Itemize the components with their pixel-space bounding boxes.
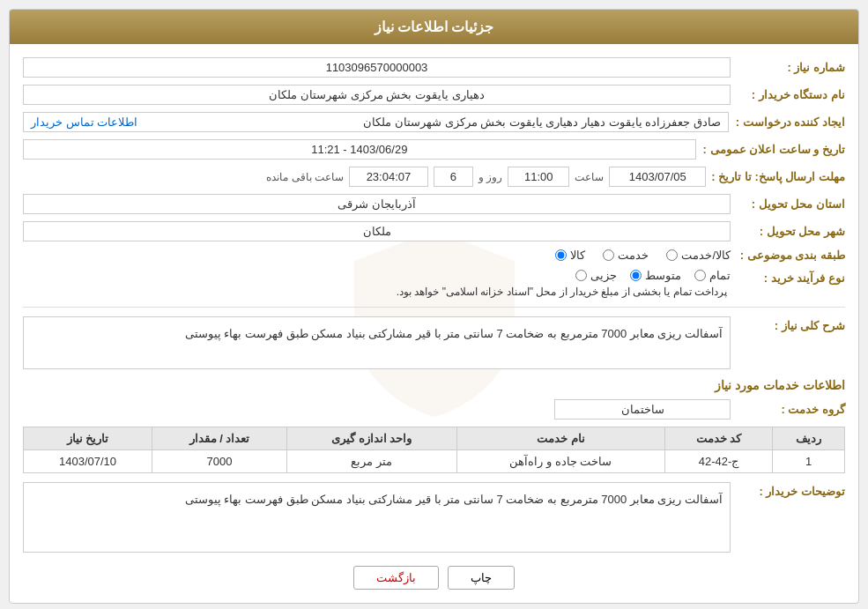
cell-unit: متر مربع [286, 450, 456, 473]
print-button[interactable]: چاپ [448, 566, 515, 590]
col-service-code: کد خدمت [664, 427, 772, 450]
province-value: آذربایجان شرقی [23, 194, 731, 214]
process-content: تمام متوسط جزیی پ [23, 269, 731, 298]
buyer-org-value: دهیاری یایقوت بخش مرکزی شهرستان ملکان [23, 85, 731, 105]
need-desc-label: شرح کلی نیاز : [731, 316, 845, 332]
province-label: استان محل تحویل : [731, 197, 845, 211]
col-unit: واحد اندازه گیری [286, 427, 456, 450]
city-value: ملکان [23, 221, 731, 241]
process-option-medium[interactable]: متوسط [630, 269, 681, 282]
cell-quantity: 7000 [152, 450, 287, 473]
process-option-full[interactable]: تمام [694, 269, 731, 282]
process-options: تمام متوسط جزیی [23, 269, 731, 282]
announce-date-label: تاریخ و ساعت اعلان عمومی : [703, 143, 845, 156]
process-label: نوع فرآیند خرید : [731, 269, 845, 285]
buyer-org-row: نام دستگاه خریدار : دهیاری یایقوت بخش مر… [23, 85, 845, 105]
deadline-label: مهلت ارسال پاسخ: تا تاریخ : [711, 170, 845, 183]
process-option-partial[interactable]: جزیی [575, 269, 617, 282]
deadline-remaining-label: ساعت باقی مانده [266, 171, 344, 183]
announce-date-row: تاریخ و ساعت اعلان عمومی : 1403/06/29 - … [23, 139, 845, 160]
category-options: کالا/خدمت خدمت کالا [555, 249, 731, 262]
col-service-name: نام خدمت [456, 427, 664, 450]
deadline-time-label: ساعت [575, 171, 604, 183]
cell-row-num: 1 [773, 450, 845, 473]
process-row: نوع فرآیند خرید : تمام متوسط [23, 269, 845, 298]
service-group-row: گروه خدمت : ساختمان [23, 399, 845, 420]
announce-date-value: 1403/06/29 - 11:21 [23, 139, 696, 160]
col-row-num: ردیف [773, 427, 845, 450]
category-option-khedmat[interactable]: خدمت [603, 249, 649, 262]
button-row: چاپ بازگشت [23, 566, 845, 590]
category-row: طبقه بندی موضوعی : کالا/خدمت خدمت کالا [23, 249, 845, 262]
category-option-kala-khedmat[interactable]: کالا/خدمت [666, 249, 731, 262]
city-label: شهر محل تحویل : [731, 225, 845, 238]
page-title: جزئیات اطلاعات نیاز [10, 10, 858, 44]
creator-contact-link[interactable]: اطلاعات تماس خریدار [31, 115, 137, 129]
need-desc-value: آسفالت ریزی معابر 7000 مترمربع به ضخامت … [23, 316, 731, 369]
creator-value-area: صادق جعفرزاده یایقوت دهیار دهیاری یایقوت… [23, 112, 729, 132]
creator-row: ایجاد کننده درخواست : صادق جعفرزاده یایق… [23, 112, 845, 132]
deadline-row: مهلت ارسال پاسخ: تا تاریخ : 1403/07/05 س… [23, 167, 845, 187]
service-group-value: ساختمان [554, 399, 731, 420]
category-label: طبقه بندی موضوعی : [731, 249, 845, 262]
table-row: 1 ج-42-42 ساخت جاده و راه‌آهن متر مربع 7… [24, 450, 845, 473]
process-note: پرداخت تمام یا بخشی از مبلغ خریدار از مح… [23, 286, 731, 298]
back-button[interactable]: بازگشت [353, 566, 439, 590]
province-row: استان محل تحویل : آذربایجان شرقی [23, 194, 845, 214]
deadline-date: 1403/07/05 [609, 167, 706, 187]
cell-service-name: ساخت جاده و راه‌آهن [456, 450, 664, 473]
services-title: اطلاعات خدمات مورد نیاز [23, 378, 845, 392]
creator-label: ایجاد کننده درخواست : [729, 115, 845, 129]
divider-1 [23, 307, 845, 308]
deadline-remaining: 23:04:07 [349, 167, 428, 187]
creator-name: صادق جعفرزاده یایقوت دهیار دهیاری یایقوت… [363, 115, 721, 129]
service-group-label: گروه خدمت : [731, 403, 845, 416]
category-option-kala[interactable]: کالا [555, 249, 585, 262]
buyer-notes-label: توضیحات خریدار : [731, 482, 845, 498]
col-quantity: تعداد / مقدار [152, 427, 287, 450]
deadline-days: 6 [434, 167, 473, 187]
need-desc-row: شرح کلی نیاز : آسفالت ریزی معابر 7000 مت… [23, 316, 845, 369]
deadline-time: 11:00 [508, 167, 569, 187]
buyer-notes-value: آسفالت ریزی معابر 7000 مترمربع به ضخامت … [23, 482, 731, 553]
cell-service-code: ج-42-42 [664, 450, 772, 473]
col-date: تاریخ نیاز [24, 427, 152, 450]
deadline-days-label: روز و [479, 171, 502, 183]
cell-date: 1403/07/10 [24, 450, 152, 473]
city-row: شهر محل تحویل : ملکان [23, 221, 845, 241]
need-number-value: 1103096570000003 [23, 57, 731, 78]
buyer-notes-row: توضیحات خریدار : آسفالت ریزی معابر 7000 … [23, 482, 845, 553]
need-number-row: شماره نیاز : 1103096570000003 [23, 57, 845, 78]
need-number-label: شماره نیاز : [731, 61, 845, 74]
buyer-org-label: نام دستگاه خریدار : [731, 88, 845, 101]
services-table: ردیف کد خدمت نام خدمت واحد اندازه گیری ت… [23, 427, 845, 473]
